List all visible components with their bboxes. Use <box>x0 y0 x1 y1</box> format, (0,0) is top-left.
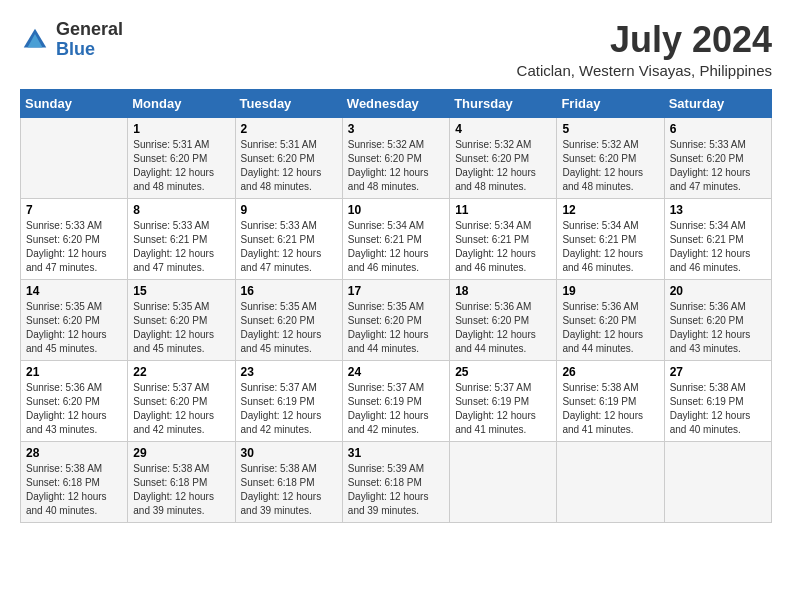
calendar-cell: 13Sunrise: 5:34 AMSunset: 6:21 PMDayligh… <box>664 198 771 279</box>
calendar-day-header: Monday <box>128 89 235 117</box>
day-info: Sunrise: 5:33 AMSunset: 6:20 PMDaylight:… <box>26 219 122 275</box>
calendar-cell: 20Sunrise: 5:36 AMSunset: 6:20 PMDayligh… <box>664 279 771 360</box>
day-number: 27 <box>670 365 766 379</box>
day-number: 29 <box>133 446 229 460</box>
calendar-week-row: 14Sunrise: 5:35 AMSunset: 6:20 PMDayligh… <box>21 279 772 360</box>
day-info: Sunrise: 5:37 AMSunset: 6:20 PMDaylight:… <box>133 381 229 437</box>
day-number: 10 <box>348 203 444 217</box>
day-info: Sunrise: 5:39 AMSunset: 6:18 PMDaylight:… <box>348 462 444 518</box>
calendar-cell: 21Sunrise: 5:36 AMSunset: 6:20 PMDayligh… <box>21 360 128 441</box>
day-number: 6 <box>670 122 766 136</box>
calendar-cell: 2Sunrise: 5:31 AMSunset: 6:20 PMDaylight… <box>235 117 342 198</box>
day-info: Sunrise: 5:32 AMSunset: 6:20 PMDaylight:… <box>562 138 658 194</box>
day-number: 28 <box>26 446 122 460</box>
day-info: Sunrise: 5:33 AMSunset: 6:20 PMDaylight:… <box>670 138 766 194</box>
calendar-cell: 26Sunrise: 5:38 AMSunset: 6:19 PMDayligh… <box>557 360 664 441</box>
calendar-day-header: Wednesday <box>342 89 449 117</box>
calendar-cell: 23Sunrise: 5:37 AMSunset: 6:19 PMDayligh… <box>235 360 342 441</box>
calendar-cell: 22Sunrise: 5:37 AMSunset: 6:20 PMDayligh… <box>128 360 235 441</box>
day-info: Sunrise: 5:38 AMSunset: 6:18 PMDaylight:… <box>26 462 122 518</box>
day-info: Sunrise: 5:38 AMSunset: 6:19 PMDaylight:… <box>562 381 658 437</box>
day-number: 3 <box>348 122 444 136</box>
calendar-body: 1Sunrise: 5:31 AMSunset: 6:20 PMDaylight… <box>21 117 772 522</box>
calendar-week-row: 7Sunrise: 5:33 AMSunset: 6:20 PMDaylight… <box>21 198 772 279</box>
day-number: 19 <box>562 284 658 298</box>
calendar-cell: 5Sunrise: 5:32 AMSunset: 6:20 PMDaylight… <box>557 117 664 198</box>
calendar-day-header: Thursday <box>450 89 557 117</box>
calendar-cell: 7Sunrise: 5:33 AMSunset: 6:20 PMDaylight… <box>21 198 128 279</box>
calendar-cell: 27Sunrise: 5:38 AMSunset: 6:19 PMDayligh… <box>664 360 771 441</box>
day-number: 1 <box>133 122 229 136</box>
day-info: Sunrise: 5:34 AMSunset: 6:21 PMDaylight:… <box>562 219 658 275</box>
calendar-cell: 4Sunrise: 5:32 AMSunset: 6:20 PMDaylight… <box>450 117 557 198</box>
calendar-cell: 31Sunrise: 5:39 AMSunset: 6:18 PMDayligh… <box>342 441 449 522</box>
day-info: Sunrise: 5:37 AMSunset: 6:19 PMDaylight:… <box>455 381 551 437</box>
calendar-cell: 29Sunrise: 5:38 AMSunset: 6:18 PMDayligh… <box>128 441 235 522</box>
calendar-day-header: Saturday <box>664 89 771 117</box>
day-number: 11 <box>455 203 551 217</box>
day-info: Sunrise: 5:33 AMSunset: 6:21 PMDaylight:… <box>241 219 337 275</box>
calendar-cell: 24Sunrise: 5:37 AMSunset: 6:19 PMDayligh… <box>342 360 449 441</box>
day-number: 13 <box>670 203 766 217</box>
day-info: Sunrise: 5:35 AMSunset: 6:20 PMDaylight:… <box>26 300 122 356</box>
calendar-cell: 25Sunrise: 5:37 AMSunset: 6:19 PMDayligh… <box>450 360 557 441</box>
calendar-week-row: 21Sunrise: 5:36 AMSunset: 6:20 PMDayligh… <box>21 360 772 441</box>
day-info: Sunrise: 5:31 AMSunset: 6:20 PMDaylight:… <box>133 138 229 194</box>
calendar-week-row: 1Sunrise: 5:31 AMSunset: 6:20 PMDaylight… <box>21 117 772 198</box>
logo-text: General Blue <box>56 20 123 60</box>
day-number: 22 <box>133 365 229 379</box>
calendar-cell: 19Sunrise: 5:36 AMSunset: 6:20 PMDayligh… <box>557 279 664 360</box>
day-number: 2 <box>241 122 337 136</box>
calendar-table: SundayMondayTuesdayWednesdayThursdayFrid… <box>20 89 772 523</box>
day-info: Sunrise: 5:38 AMSunset: 6:19 PMDaylight:… <box>670 381 766 437</box>
calendar-cell <box>557 441 664 522</box>
day-number: 31 <box>348 446 444 460</box>
calendar-cell: 14Sunrise: 5:35 AMSunset: 6:20 PMDayligh… <box>21 279 128 360</box>
calendar-day-header: Friday <box>557 89 664 117</box>
day-info: Sunrise: 5:32 AMSunset: 6:20 PMDaylight:… <box>455 138 551 194</box>
day-info: Sunrise: 5:38 AMSunset: 6:18 PMDaylight:… <box>133 462 229 518</box>
page-header: General Blue July 2024 Caticlan, Western… <box>20 20 772 79</box>
day-number: 9 <box>241 203 337 217</box>
day-number: 30 <box>241 446 337 460</box>
day-number: 26 <box>562 365 658 379</box>
day-number: 15 <box>133 284 229 298</box>
day-number: 7 <box>26 203 122 217</box>
day-number: 8 <box>133 203 229 217</box>
day-number: 18 <box>455 284 551 298</box>
day-number: 5 <box>562 122 658 136</box>
day-number: 14 <box>26 284 122 298</box>
calendar-cell <box>21 117 128 198</box>
day-number: 16 <box>241 284 337 298</box>
day-number: 17 <box>348 284 444 298</box>
day-info: Sunrise: 5:35 AMSunset: 6:20 PMDaylight:… <box>348 300 444 356</box>
calendar-cell: 30Sunrise: 5:38 AMSunset: 6:18 PMDayligh… <box>235 441 342 522</box>
title-block: July 2024 Caticlan, Western Visayas, Phi… <box>517 20 772 79</box>
calendar-cell <box>664 441 771 522</box>
day-info: Sunrise: 5:37 AMSunset: 6:19 PMDaylight:… <box>348 381 444 437</box>
calendar-cell: 28Sunrise: 5:38 AMSunset: 6:18 PMDayligh… <box>21 441 128 522</box>
day-number: 12 <box>562 203 658 217</box>
day-info: Sunrise: 5:36 AMSunset: 6:20 PMDaylight:… <box>562 300 658 356</box>
calendar-day-header: Sunday <box>21 89 128 117</box>
calendar-cell: 17Sunrise: 5:35 AMSunset: 6:20 PMDayligh… <box>342 279 449 360</box>
day-number: 20 <box>670 284 766 298</box>
day-info: Sunrise: 5:33 AMSunset: 6:21 PMDaylight:… <box>133 219 229 275</box>
day-info: Sunrise: 5:34 AMSunset: 6:21 PMDaylight:… <box>670 219 766 275</box>
calendar-cell: 9Sunrise: 5:33 AMSunset: 6:21 PMDaylight… <box>235 198 342 279</box>
calendar-header-row: SundayMondayTuesdayWednesdayThursdayFrid… <box>21 89 772 117</box>
day-info: Sunrise: 5:36 AMSunset: 6:20 PMDaylight:… <box>455 300 551 356</box>
calendar-cell: 6Sunrise: 5:33 AMSunset: 6:20 PMDaylight… <box>664 117 771 198</box>
day-info: Sunrise: 5:35 AMSunset: 6:20 PMDaylight:… <box>133 300 229 356</box>
calendar-cell: 18Sunrise: 5:36 AMSunset: 6:20 PMDayligh… <box>450 279 557 360</box>
calendar-cell <box>450 441 557 522</box>
calendar-cell: 1Sunrise: 5:31 AMSunset: 6:20 PMDaylight… <box>128 117 235 198</box>
day-info: Sunrise: 5:32 AMSunset: 6:20 PMDaylight:… <box>348 138 444 194</box>
day-info: Sunrise: 5:35 AMSunset: 6:20 PMDaylight:… <box>241 300 337 356</box>
month-title: July 2024 <box>517 20 772 60</box>
day-number: 23 <box>241 365 337 379</box>
calendar-cell: 12Sunrise: 5:34 AMSunset: 6:21 PMDayligh… <box>557 198 664 279</box>
day-number: 25 <box>455 365 551 379</box>
calendar-cell: 16Sunrise: 5:35 AMSunset: 6:20 PMDayligh… <box>235 279 342 360</box>
calendar-cell: 8Sunrise: 5:33 AMSunset: 6:21 PMDaylight… <box>128 198 235 279</box>
